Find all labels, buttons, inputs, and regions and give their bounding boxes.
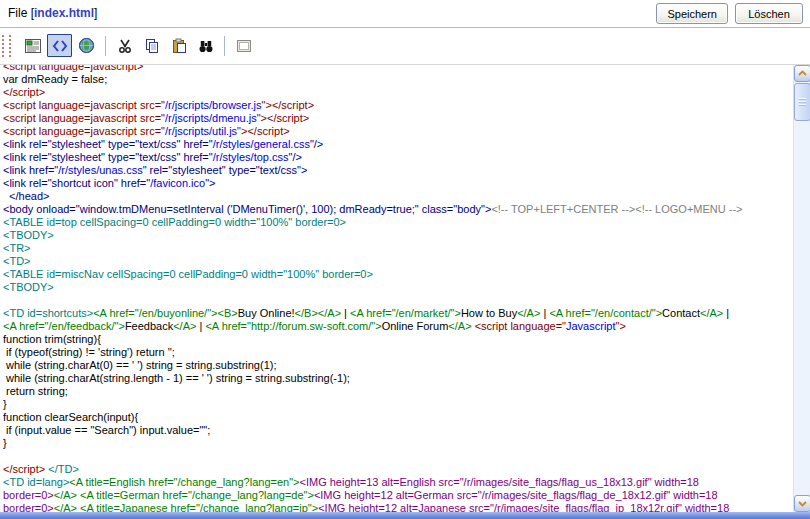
code-line: <TBODY> — [3, 229, 790, 242]
code-line: </script> — [3, 86, 790, 99]
code-line: } — [3, 437, 790, 450]
code-line: <link rel="shortcut icon" href="/favicon… — [3, 177, 790, 190]
code-brackets-glyph — [52, 39, 68, 53]
code-line: <TD id=shortcuts><A href="/en/buyonline/… — [3, 307, 790, 320]
copy-pages-glyph — [144, 38, 160, 54]
design-view-glyph — [24, 38, 42, 54]
code-line: border=0></A> <A title=German href="/cha… — [3, 489, 790, 502]
code-line: if (typeof(string) != 'string') return '… — [3, 346, 790, 359]
scroll-up-button[interactable] — [794, 65, 810, 82]
code-line: </script> </TD> — [3, 463, 790, 476]
code-line: <TD> — [3, 255, 790, 268]
code-content: <script language=javascript>var dmReady … — [3, 64, 790, 512]
code-line — [3, 450, 790, 463]
code-view-icon[interactable] — [47, 34, 72, 57]
paste-icon[interactable] — [166, 34, 191, 57]
code-line: <script language=javascript src="/r/jscr… — [3, 125, 790, 138]
code-line: <TR> — [3, 242, 790, 255]
scrollbar-thumb[interactable] — [794, 83, 810, 121]
code-line: if (input.value == "Search") input.value… — [3, 424, 790, 437]
code-line: border=0></A> <A title=Japanese href="/c… — [3, 502, 790, 512]
code-line: <TBODY> — [3, 281, 790, 294]
scissors-glyph — [117, 38, 133, 54]
toolbar-separator — [105, 36, 106, 56]
delete-button[interactable]: Löschen — [735, 3, 803, 24]
code-line: <TABLE id=top cellSpacing=0 cellPadding=… — [3, 216, 790, 229]
code-line: while (string.charAt(string.length - 1) … — [3, 372, 790, 385]
code-editor[interactable]: <script language=javascript>var dmReady … — [0, 64, 810, 512]
code-line: while (string.charAt(0) == ' ') string =… — [3, 359, 790, 372]
copy-icon[interactable] — [139, 34, 164, 57]
globe-glyph — [78, 37, 95, 54]
chevron-down-icon — [797, 499, 808, 508]
code-line: </head> — [3, 190, 790, 203]
design-view-icon[interactable] — [20, 34, 45, 57]
code-line: <body onload="window.tmDMenu=setInterval… — [3, 203, 790, 216]
window-rect-glyph — [236, 39, 252, 53]
code-line: <TD id=lang><A title=English href="/chan… — [3, 476, 790, 489]
file-label-prefix: File [ — [8, 6, 34, 20]
code-line: function trim(string){ — [3, 333, 790, 346]
header-bar: File [index.html] Speichern Löschen — [0, 0, 810, 28]
save-button[interactable]: Speichern — [656, 3, 728, 24]
code-line: <A href="/en/feedback/">Feedback</A> | <… — [3, 320, 790, 333]
code-line: function clearSearch(input){ — [3, 411, 790, 424]
bottom-edge-bar — [0, 512, 810, 519]
clipboard-glyph — [171, 38, 187, 54]
code-line: return string; — [3, 385, 790, 398]
code-line: <TABLE id=miscNav cellSpacing=0 cellPadd… — [3, 268, 790, 281]
code-line: <link rel="stylesheet" type="text/css" h… — [3, 151, 790, 164]
code-line: <link rel="stylesheet" type="text/css" h… — [3, 138, 790, 151]
code-line: <link href="/r/styles/unas.css" rel="sty… — [3, 164, 790, 177]
file-label-suffix: ] — [94, 6, 97, 20]
scroll-down-button[interactable] — [794, 495, 810, 512]
page-title: File [index.html] — [8, 6, 97, 20]
header-buttons: Speichern Löschen — [656, 3, 803, 24]
code-line — [3, 294, 790, 307]
code-line: <script language=javascript> — [3, 64, 790, 73]
toolbar-separator — [224, 36, 225, 56]
binoculars-glyph — [198, 38, 214, 54]
code-line: } — [3, 398, 790, 411]
find-icon[interactable] — [193, 34, 218, 57]
fullscreen-icon[interactable] — [231, 34, 256, 57]
chevron-up-icon — [797, 69, 808, 78]
cut-icon[interactable] — [112, 34, 137, 57]
toolbar — [0, 28, 810, 63]
toolbar-grip-handle[interactable] — [2, 35, 11, 57]
code-line: <script language=javascript src="/r/jscr… — [3, 99, 790, 112]
editor-page: { "header": { "file_prefix": "File [", "… — [0, 0, 810, 519]
preview-globe-icon[interactable] — [74, 34, 99, 57]
vertical-scrollbar[interactable] — [793, 65, 810, 512]
code-line: <script language=javascript src="/r/jscr… — [3, 112, 790, 125]
file-name: index.html — [34, 6, 94, 20]
code-line: var dmReady = false; — [3, 73, 790, 86]
